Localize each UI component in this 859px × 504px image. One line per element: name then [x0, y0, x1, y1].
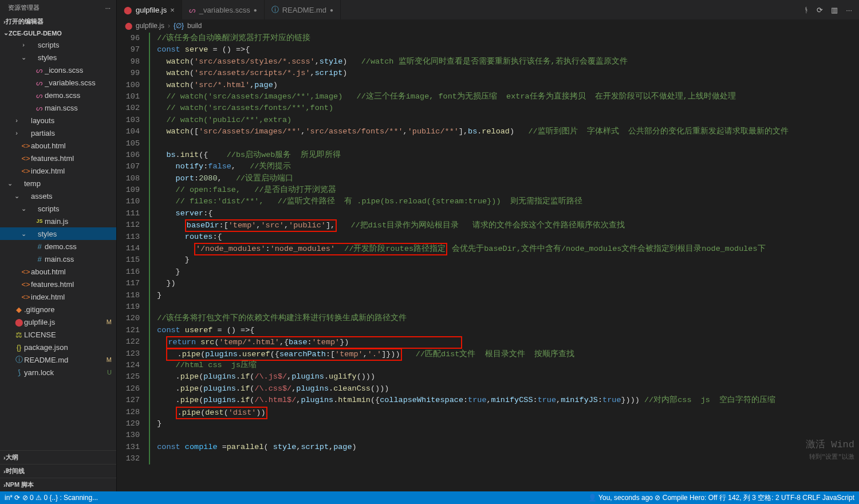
editor-tab[interactable]: ⬤gulpfile.js×	[117, 0, 182, 19]
code-line[interactable]: port:2080, //设置启动端口	[148, 173, 859, 184]
more-icon[interactable]: ···	[105, 5, 111, 11]
compare-icon[interactable]: ᚬ	[804, 6, 809, 14]
tree-item[interactable]: <>features.html	[0, 278, 116, 290]
status-item[interactable]: in*	[5, 494, 13, 502]
status-item[interactable]: ⟳	[14, 494, 20, 502]
dirty-icon: ●	[254, 7, 257, 13]
status-item[interactable]: CRLF	[802, 494, 820, 502]
code-line[interactable]: .pipe(plugins.if(/\.js$/,plugins.uglify(…	[148, 371, 859, 383]
more-icon[interactable]: ···	[846, 6, 852, 14]
code-line[interactable]: bs.init({ //bs启动web服务 所见即所得	[148, 149, 859, 161]
code-line[interactable]: })	[148, 278, 859, 289]
sidebar-section[interactable]: ›时间线	[0, 464, 116, 478]
code-line[interactable]: notify:false, //关闭提示	[148, 161, 859, 172]
sidebar-section[interactable]: ›大纲	[0, 450, 116, 464]
tree-item[interactable]: <>features.html	[0, 152, 116, 164]
tree-item[interactable]: <>about.html	[0, 265, 116, 278]
tree-item[interactable]: <>index.html	[0, 164, 116, 177]
code-line[interactable]: baseDir:['temp','src','public'], //把dist…	[148, 219, 859, 231]
status-item[interactable]: ⊘ Compile Hero: Off	[655, 494, 717, 502]
tree-item[interactable]: #demo.css	[0, 240, 116, 253]
tree-item[interactable]: ⌄styles	[0, 227, 116, 240]
tree-item[interactable]: <>index.html	[0, 290, 116, 303]
status-item[interactable]: UTF-8	[781, 494, 801, 502]
status-item[interactable]: ⊘ 0 ⚠ 0	[22, 494, 48, 502]
tree-item[interactable]: ›layouts	[0, 114, 116, 127]
tree-item[interactable]: #main.css	[0, 253, 116, 265]
code-line[interactable]: watch('src/*.html',page)	[148, 80, 859, 91]
tree-item[interactable]: ⌄assets	[0, 190, 116, 202]
code-line[interactable]: return src('temp/*.html',{base:'temp'})	[148, 336, 859, 348]
tree-item[interactable]: ⓘREADME.mdM	[0, 353, 116, 366]
code-line[interactable]: }	[148, 266, 859, 278]
close-icon[interactable]: ×	[170, 6, 175, 14]
tree-item[interactable]: ›scripts	[0, 38, 116, 51]
breadcrumb[interactable]: ⬤ gulpfile.js › {∅} build	[117, 19, 859, 33]
tree-item[interactable]: ⌄scripts	[0, 202, 116, 215]
tree-item[interactable]: ⟆yarn.lockU	[0, 366, 116, 379]
tree-item[interactable]: JSmain.js	[0, 215, 116, 227]
tree-item-label: _variables.scss	[45, 78, 112, 87]
breadcrumb-file[interactable]: gulpfile.js	[136, 22, 164, 30]
tree-item[interactable]: ⌄temp	[0, 177, 116, 190]
code-line[interactable]: const useref = () =>{	[148, 325, 859, 336]
sidebar-section[interactable]: ›NPM 脚本	[0, 478, 116, 491]
code-line[interactable]: }	[148, 418, 859, 430]
editor-tab[interactable]: ᔕ_variables.scss●	[182, 0, 265, 19]
code-line[interactable]: const serve = () =>{	[148, 44, 859, 56]
line-number: 104	[117, 126, 140, 137]
tree-item[interactable]: <>about.html	[0, 139, 116, 152]
editor-body[interactable]: 9697989910010110210310410510610710810911…	[117, 33, 859, 491]
code-line[interactable]: watch('src/assets/scripts/*.js',script)	[148, 68, 859, 79]
code-line[interactable]: '/node_modules':'node_modules' //开发阶段rou…	[148, 243, 859, 254]
code-line[interactable]: const compile =parallel( style,script,pa…	[148, 442, 859, 453]
open-editors-section[interactable]: › 打开的编辑器	[0, 15, 116, 27]
code-line[interactable]: .pipe(dest('dist'))	[148, 407, 859, 418]
code-line[interactable]: // watch('src/assets/fonts/**',font)	[148, 103, 859, 114]
status-item[interactable]: 行 142, 列 3	[719, 493, 756, 503]
code-content[interactable]: //该任务会自动唤醒浏览器打开对应的链接 const serve = () =>…	[148, 33, 859, 491]
code-line[interactable]	[148, 453, 859, 464]
code-line[interactable]: //html css js压缩	[148, 360, 859, 371]
code-line[interactable]: .pipe(plugins.if(/\.css$/,plugins.cleanC…	[148, 383, 859, 395]
code-line[interactable]: }	[148, 290, 859, 301]
code-line[interactable]: // watch('src/assets/images/**',image) /…	[148, 91, 859, 103]
code-line[interactable]: server:{	[148, 208, 859, 219]
status-item[interactable]: 👤 You, seconds ago	[588, 494, 653, 502]
line-number: 119	[117, 301, 140, 313]
editor-tab[interactable]: ⓘREADME.md●	[265, 0, 341, 19]
tree-item[interactable]: ᔕmain.scss	[0, 101, 116, 114]
code-line[interactable]: watch('src/assets/styles/*.scss',style) …	[148, 56, 859, 68]
status-item[interactable]: 空格: 2	[758, 493, 779, 503]
tree-item[interactable]: ⚖LICENSE	[0, 328, 116, 341]
code-line[interactable]: //该任务将打包文件下的依赖文件构建注释进行转换生成新的路径文件	[148, 313, 859, 324]
code-line[interactable]: }	[148, 254, 859, 266]
tree-item[interactable]: ›partials	[0, 127, 116, 139]
code-line[interactable]: watch(['src/assets/images/**','src/asset…	[148, 126, 859, 137]
tree-item[interactable]: ᔕ_icons.scss	[0, 64, 116, 76]
project-section[interactable]: ⌄ ZCE-GULP-DEMO	[0, 27, 116, 38]
code-line[interactable]: // files:'dist/**', //监听文件路径 有 .pipe(bs.…	[148, 196, 859, 207]
code-line[interactable]: .pipe(plugins.if(/\.html$/,plugins.htmlm…	[148, 395, 859, 406]
status-item[interactable]: JavaScript	[822, 494, 854, 502]
status-item[interactable]: {..} : Scanning...	[49, 494, 98, 502]
code-line[interactable]: routes:{	[148, 231, 859, 243]
code-line[interactable]: // watch('public/**',extra)	[148, 115, 859, 126]
split-icon[interactable]: ▥	[831, 6, 838, 14]
code-line[interactable]: // open:false, //是否自动打开浏览器	[148, 184, 859, 196]
code-line[interactable]	[148, 430, 859, 441]
tree-item-label: about.html	[31, 141, 112, 150]
code-line[interactable]	[148, 138, 859, 149]
tree-item[interactable]: ◆.gitignore	[0, 303, 116, 316]
code-line[interactable]	[148, 301, 859, 313]
tree-item[interactable]: ᔕdemo.scss	[0, 89, 116, 101]
tree-item[interactable]: ⌄styles	[0, 51, 116, 64]
tree-item[interactable]: ᔕ_variables.scss	[0, 76, 116, 89]
code-line[interactable]: .pipe(plugins.useref({searchPath:['temp'…	[148, 348, 859, 360]
run-icon[interactable]: ⟳	[817, 6, 823, 14]
breadcrumb-symbol[interactable]: build	[187, 22, 202, 30]
tree-item[interactable]: ⬤gulpfile.jsM	[0, 316, 116, 328]
code-line[interactable]: //该任务会自动唤醒浏览器打开对应的链接	[148, 33, 859, 44]
chevron-right-icon: ›	[3, 468, 6, 475]
tree-item[interactable]: {}package.json	[0, 341, 116, 353]
